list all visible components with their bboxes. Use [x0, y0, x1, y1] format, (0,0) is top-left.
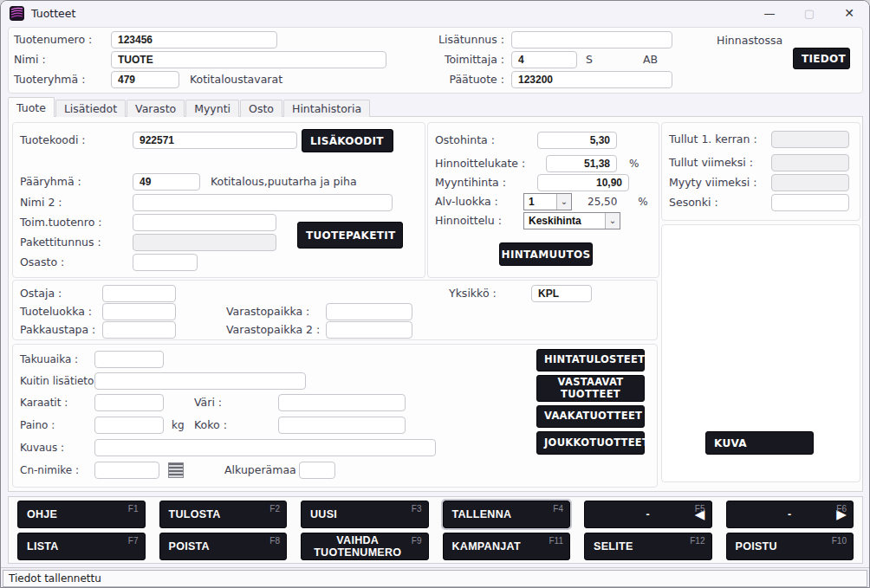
toimittaja-name-start: S	[586, 53, 593, 66]
lisatunnus-input[interactable]	[511, 31, 672, 48]
paatuote-input[interactable]	[511, 71, 672, 88]
nimi-label: Nimi :	[14, 53, 111, 66]
toimittaja-name-end: AB	[643, 53, 658, 66]
kuitinlisatieto-input[interactable]	[94, 372, 306, 390]
tuotekoodi-input[interactable]	[133, 132, 297, 149]
cn-lookup-icon[interactable]	[168, 462, 184, 478]
tabstrip: Tuote Lisätiedot Varasto Myynti Osto Hin…	[8, 97, 371, 117]
alvluokka-select[interactable]: 1 ⌄	[523, 193, 572, 210]
group-details: Takuuaika : Kuitin lisätieto : Karaatit …	[12, 344, 658, 488]
tab-tuote[interactable]: Tuote	[8, 97, 55, 117]
karaatit-input[interactable]	[94, 394, 164, 411]
minimize-icon[interactable]: —	[750, 1, 789, 25]
paino-unit: kg	[172, 419, 185, 431]
vastaavat-tuotteet-button[interactable]: VASTAAVAT TUOTTEET	[536, 375, 645, 402]
paaryhma-label: Pääryhmä :	[20, 175, 133, 188]
hintamuutos-button[interactable]: HINTAMUUTOS	[499, 242, 593, 266]
pakkaustapa-input[interactable]	[102, 321, 176, 339]
vari-input[interactable]	[278, 394, 406, 411]
alkuperamaa-input[interactable]	[299, 462, 335, 479]
varastopaikka2-input[interactable]	[326, 321, 412, 339]
hintatulosteet-button[interactable]: HINTATULOSTEET	[536, 349, 645, 372]
selite-button[interactable]: SELITE F12	[584, 533, 712, 560]
uusi-button[interactable]: UUSI F3	[301, 501, 429, 528]
close-icon[interactable]: ✕	[829, 1, 869, 25]
vaihda-tuotenumero-button[interactable]: VAIHDA TUOTENUMERO F9	[301, 533, 429, 560]
ostohinta-input[interactable]	[537, 132, 617, 149]
ohje-button[interactable]: OHJE F1	[17, 501, 146, 528]
kampanjat-button[interactable]: KAMPANJAT F11	[443, 533, 571, 560]
toimtuotenro-input[interactable]	[133, 214, 276, 231]
myyntihinta-label: Myyntihinta :	[435, 176, 532, 189]
tuotepaketit-button[interactable]: TUOTEPAKETIT	[297, 222, 403, 249]
nimi2-input[interactable]	[133, 194, 393, 211]
next-product-button[interactable]: - ▶ F6	[726, 501, 854, 528]
nimi2-label: Nimi 2 :	[20, 196, 133, 209]
tab-osto[interactable]: Osto	[240, 100, 282, 117]
tab-hintahistoria[interactable]: Hintahistoria	[283, 100, 370, 117]
tulosta-button[interactable]: TULOSTA F2	[159, 501, 288, 528]
group-logistics: Ostaja : Tuoteluokka : Pakkaustapa : Var…	[12, 280, 658, 340]
ostaja-input[interactable]	[102, 285, 176, 302]
app-logo-icon	[10, 6, 24, 21]
lista-button[interactable]: LISTA F7	[17, 533, 146, 560]
fkey-label: F8	[269, 536, 280, 546]
toimittaja-input[interactable]	[511, 51, 577, 68]
status-message: Tiedot tallennettu	[3, 570, 867, 587]
hinnoittelukate-unit: %	[629, 158, 639, 170]
sesonki-input[interactable]	[771, 194, 849, 211]
joukkotuotteet-button[interactable]: JOUKKOTUOTTEET	[536, 431, 645, 455]
lisakoodit-button[interactable]: LISÄKOODIT	[302, 129, 393, 152]
osasto-label: Osasto :	[20, 255, 133, 268]
previous-product-button[interactable]: - ◀ F5	[584, 501, 712, 528]
kampanjat-label: KAMPANJAT	[452, 540, 521, 552]
alkuperamaa-label: Alkuperämaa :	[224, 463, 303, 476]
uusi-label: UUSI	[310, 508, 337, 520]
tuotenumero-input[interactable]	[111, 31, 277, 48]
toimittaja-label: Toimittaja :	[437, 53, 511, 66]
myyntihinta-input[interactable]	[537, 174, 629, 191]
tuoteluokka-input[interactable]	[102, 303, 176, 320]
group-pricing: Ostohinta : Hinnoittelukate : % Myyntihi…	[427, 122, 659, 278]
hinnoittelu-select[interactable]: Keskihinta ⌄	[523, 212, 620, 229]
alv-unit: %	[638, 196, 647, 208]
varastopaikka-input[interactable]	[326, 303, 412, 320]
group-product-codes: Tuotekoodi : LISÄKOODIT Pääryhmä : Kotit…	[12, 122, 425, 278]
fkey-label: F1	[128, 504, 139, 514]
tullut1-label: Tullut 1. kerran :	[669, 132, 771, 145]
kuva-button[interactable]: KUVA	[705, 431, 814, 455]
koko-input[interactable]	[278, 417, 406, 434]
maximize-icon[interactable]: ▢	[789, 1, 829, 25]
tiedot-button[interactable]: TIEDOT	[793, 48, 850, 69]
tulosta-label: TULOSTA	[169, 508, 221, 520]
kuvaus-input[interactable]	[94, 439, 436, 456]
pakettitunnus-input	[133, 234, 276, 251]
paaryhma-desc: Kotitalous,puutarha ja piha	[211, 175, 357, 188]
takuuaika-input[interactable]	[94, 351, 164, 368]
tab-myynti[interactable]: Myynti	[185, 100, 239, 117]
tab-page-tuote: Tuotekoodi : LISÄKOODIT Pääryhmä : Kotit…	[8, 116, 863, 492]
nimi-input[interactable]	[111, 51, 386, 68]
app-window: Tuotteet — ▢ ✕ Tuotenumero : Nimi : Tuot…	[0, 0, 870, 588]
tab-lisatiedot[interactable]: Lisätiedot	[55, 100, 126, 117]
selite-label: SELITE	[594, 540, 633, 552]
alvluokka-label: Alv-luokka :	[435, 195, 518, 208]
kuvaus-label: Kuvaus :	[20, 442, 94, 454]
cnnimike-input[interactable]	[94, 462, 159, 479]
tallenna-button[interactable]: TALLENNA F4	[443, 501, 571, 528]
vaihda-tuotenumero-label: VAIHDA TUOTENUMERO	[310, 534, 406, 559]
header-panel: Tuotenumero : Nimi : Tuoteryhmä : Kotita…	[8, 27, 863, 94]
osasto-input[interactable]	[133, 254, 198, 271]
tab-varasto[interactable]: Varasto	[127, 100, 185, 117]
tuoteryhma-input[interactable]	[111, 71, 179, 88]
paaryhma-input[interactable]	[133, 173, 200, 191]
myytyviimeksi-input	[771, 174, 849, 191]
poistu-button[interactable]: POISTU F10	[726, 533, 854, 560]
tuotekoodi-label: Tuotekoodi :	[20, 133, 133, 146]
paino-input[interactable]	[94, 417, 164, 434]
vaakatuotteet-button[interactable]: VAAKATUOTTEET	[536, 405, 645, 428]
hinnoittelukate-input[interactable]	[546, 155, 617, 172]
yksikko-input[interactable]	[531, 285, 592, 302]
chevron-down-icon: ⌄	[556, 194, 571, 210]
poista-button[interactable]: POISTA F8	[159, 533, 288, 560]
